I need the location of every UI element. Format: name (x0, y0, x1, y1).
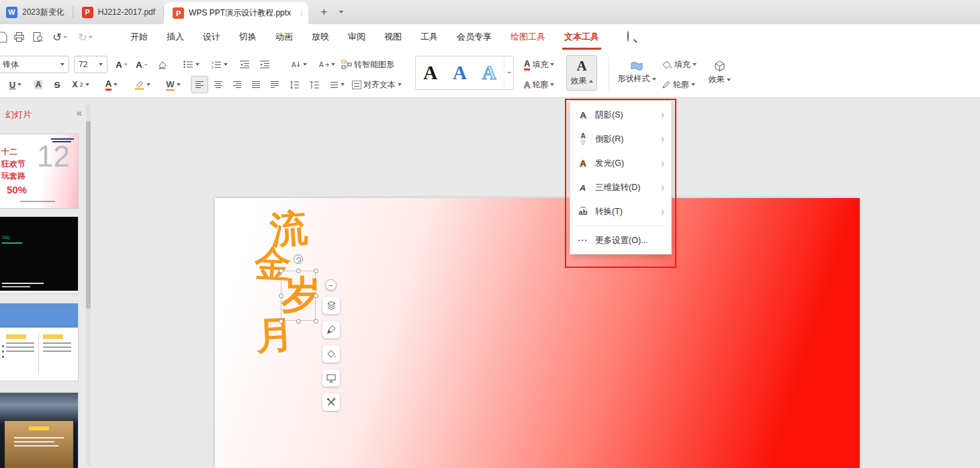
reflection-effect-icon: AA (577, 134, 589, 144)
new-tab-button[interactable]: + (315, 3, 332, 21)
menu-transition[interactable]: 切换 (230, 24, 266, 50)
increase-font-button[interactable]: A+ (112, 56, 131, 73)
wordart-style-blue[interactable]: A (445, 63, 475, 83)
wordart-style-plain[interactable]: A (416, 63, 445, 83)
clear-format-button[interactable] (152, 56, 171, 73)
collapse-toolbar-button[interactable]: − (325, 279, 337, 291)
menu-tools[interactable]: 工具 (411, 24, 447, 50)
paragraph-spacing-button[interactable] (305, 76, 324, 93)
thumb1-text: 狂欢节 (1, 158, 26, 170)
line-spacing-button[interactable] (285, 76, 304, 93)
menu-item-more-settings[interactable]: ··· 更多设置(O)... (570, 228, 671, 252)
menu-item-reflection[interactable]: AA 倒影(R) › (570, 127, 671, 151)
slide-thumbnail-1[interactable]: 12 十二 狂欢节 玩套路 50% (0, 134, 78, 208)
shape-styles-button[interactable]: 形状样式 (615, 55, 659, 91)
print-button[interactable] (11, 29, 27, 45)
strikethrough-button[interactable]: S (48, 76, 66, 93)
layout-button[interactable] (322, 369, 340, 387)
wordart-gallery-more-button[interactable] (504, 56, 513, 89)
resize-handle-sw[interactable] (279, 319, 283, 324)
line-options-button[interactable] (325, 76, 349, 93)
tab-2023-changes[interactable]: W 2023新变化 (0, 0, 73, 24)
shape-outline-button[interactable]: 轮廓 (662, 76, 702, 93)
font-color-button[interactable]: A (98, 76, 125, 93)
highlight-button[interactable] (129, 76, 156, 93)
text-fill-button[interactable]: A 填充 (524, 56, 564, 73)
chevron-down-icon[interactable] (63, 36, 67, 38)
slide-canvas[interactable]: 流 金 岁 月 (215, 198, 860, 468)
menu-animation[interactable]: 动画 (266, 24, 302, 50)
character-shading-button[interactable]: A (30, 76, 47, 93)
slide-thumbnail-2[interactable]: 08) (0, 217, 78, 293)
text-direction-button[interactable]: A (286, 56, 312, 73)
chevron-down-icon[interactable] (89, 36, 93, 38)
search-button[interactable] (627, 32, 638, 42)
text-outline-button[interactable]: A 轮廓 (524, 76, 564, 93)
menu-item-transform[interactable]: ab 转换(T) › (570, 199, 671, 224)
shape-fill-button[interactable]: 填充 (662, 56, 702, 73)
tab-wps-ppt-tutorial[interactable]: P WPS PPT演示设计教程.pptx ⁞ (164, 2, 308, 24)
align-left-button[interactable] (191, 76, 208, 93)
decrease-font-button[interactable]: A− (132, 56, 151, 73)
underline-icon: U (9, 80, 15, 90)
increase-indent-button[interactable] (255, 56, 274, 73)
shape-fill-label: 填充 (674, 59, 691, 71)
rotate-handle[interactable] (294, 254, 303, 264)
selection-box[interactable] (281, 271, 316, 321)
menu-design[interactable]: 设计 (193, 24, 230, 50)
font-size-select[interactable]: 72 (74, 56, 107, 73)
bullet-list-button[interactable] (179, 56, 204, 73)
wordart-style-outline[interactable]: A (474, 63, 504, 83)
slide-thumbnail-3[interactable] (0, 303, 78, 381)
scrollbar-thumb[interactable] (86, 121, 91, 309)
justify-button[interactable] (247, 76, 265, 93)
text-effects-button[interactable]: A 效果 (566, 55, 597, 91)
slide-thumbnail-4[interactable] (0, 393, 78, 468)
menu-drawing-tools[interactable]: 绘图工具 (501, 24, 555, 50)
text-effect-style-button[interactable]: W (160, 76, 187, 93)
align-center-button[interactable] (210, 76, 227, 93)
resize-handle-se[interactable] (314, 319, 318, 324)
undo-button[interactable]: ↺ (50, 29, 70, 45)
clipped-file-icon[interactable] (0, 29, 10, 45)
format-brush-button[interactable] (322, 321, 340, 338)
align-right-button[interactable] (228, 76, 246, 93)
underline-button[interactable]: U (4, 76, 27, 93)
menu-slideshow[interactable]: 放映 (302, 24, 339, 50)
tab-hj212-pdf[interactable]: P HJ212-2017.pdf (73, 0, 164, 24)
collapse-panel-icon[interactable]: « (77, 107, 82, 118)
align-text-button[interactable]: 对齐文本 (352, 76, 416, 93)
redo-button[interactable]: ↻ (75, 29, 95, 45)
resize-handle-s[interactable] (296, 319, 301, 324)
slides-scrollbar[interactable] (86, 103, 91, 466)
layer-order-button[interactable] (322, 297, 340, 314)
resize-handle-e[interactable] (314, 293, 318, 298)
superscript-button[interactable]: X2 (67, 76, 94, 93)
numbered-list-button[interactable]: 12 (207, 56, 232, 73)
menu-home[interactable]: 开始 (121, 24, 157, 50)
distribute-button[interactable] (266, 76, 283, 93)
resize-handle-nw[interactable] (279, 269, 283, 273)
menu-item-glow[interactable]: A 发光(G) › (570, 151, 671, 175)
chevron-down-icon (341, 83, 345, 86)
fill-color-button[interactable] (322, 345, 340, 363)
shape-effects-button[interactable]: 效果 (704, 55, 735, 91)
settings-tools-button[interactable] (322, 393, 340, 411)
tab-more-icon[interactable]: ⁞ (300, 9, 302, 17)
tab-list-dropdown[interactable] (334, 3, 349, 21)
character-format-button[interactable]: A (314, 56, 340, 73)
decrease-indent-button[interactable] (235, 56, 254, 73)
menu-review[interactable]: 审阅 (339, 24, 375, 50)
menu-member[interactable]: 会员专享 (447, 24, 501, 50)
menu-item-shadow[interactable]: A 阴影(S) › (570, 103, 671, 127)
convert-smart-graphic-button[interactable]: 转智能图形 (341, 56, 408, 73)
menu-insert[interactable]: 插入 (157, 24, 193, 50)
menu-text-tools[interactable]: 文本工具 (555, 24, 609, 50)
resize-handle-n[interactable] (296, 269, 301, 273)
resize-handle-w[interactable] (279, 293, 283, 298)
print-preview-button[interactable] (30, 29, 46, 45)
menu-view[interactable]: 视图 (375, 24, 411, 50)
font-name-select[interactable]: 锋体 (0, 56, 69, 73)
resize-handle-ne[interactable] (314, 269, 318, 273)
menu-item-3d-rotation[interactable]: A 三维旋转(D) › (570, 175, 671, 199)
